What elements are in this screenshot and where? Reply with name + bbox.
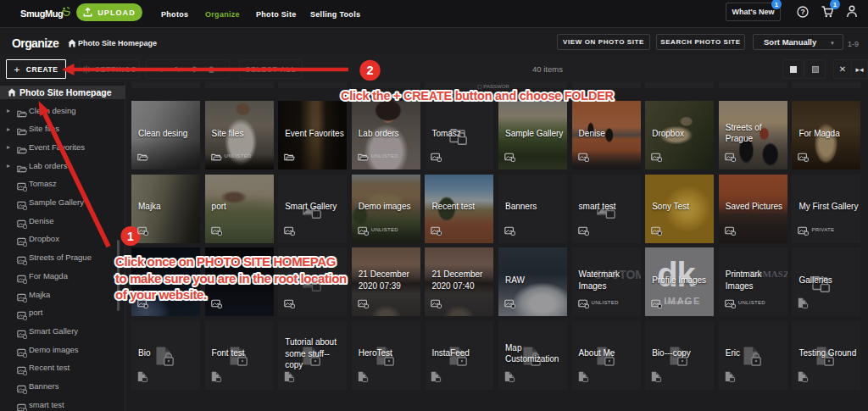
svg-text:?: ?: [800, 8, 804, 16]
